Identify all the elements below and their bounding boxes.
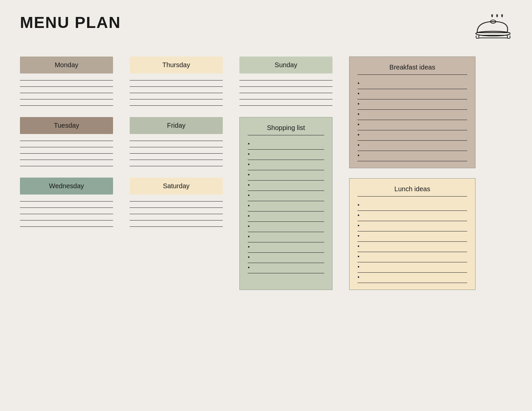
list-item: • xyxy=(248,211,324,222)
line xyxy=(130,160,223,160)
bullet-point: • xyxy=(248,265,250,271)
lunch-ideas-items: • • • • • • • • xyxy=(357,201,467,283)
column-2: Thursday Friday xyxy=(130,57,223,290)
wednesday-lines xyxy=(20,200,113,228)
bullet-point: • xyxy=(357,264,359,270)
list-item: • xyxy=(248,222,324,232)
list-item: • xyxy=(357,273,467,283)
bullet-point: • xyxy=(357,80,359,86)
list-item: • xyxy=(357,151,467,161)
list-item: • xyxy=(357,79,467,89)
line xyxy=(20,147,113,147)
list-item: • xyxy=(248,201,324,211)
header: MENU PLAN xyxy=(20,13,512,43)
line xyxy=(130,105,223,106)
sunday-label: Sunday xyxy=(275,61,297,69)
bullet-point: • xyxy=(248,213,250,219)
bullet-point: • xyxy=(248,203,250,209)
list-item: • xyxy=(357,130,467,141)
bullet-point: • xyxy=(248,162,250,168)
list-item: • xyxy=(248,253,324,263)
friday-header: Friday xyxy=(130,117,223,134)
bullet-point: • xyxy=(357,153,359,159)
food-icon xyxy=(472,13,512,43)
list-item: • xyxy=(248,160,324,170)
list-item: • xyxy=(357,242,467,252)
column-1: Monday Tuesday xyxy=(20,57,113,290)
line xyxy=(20,160,113,160)
friday-section: Friday xyxy=(130,117,223,168)
list-item: • xyxy=(248,191,324,201)
shopping-list-panel: Shopping list • • • • • • • • • • • • • xyxy=(239,117,332,290)
line xyxy=(130,93,223,93)
sunday-header: Sunday xyxy=(239,57,332,73)
bullet-point: • xyxy=(357,212,359,218)
bullet-point: • xyxy=(357,122,359,128)
breakfast-ideas-items: • • • • • • • • xyxy=(357,79,467,161)
list-item: • xyxy=(248,181,324,191)
line xyxy=(20,105,113,106)
bullet-point: • xyxy=(357,243,359,249)
sunday-section: Sunday xyxy=(239,57,332,107)
line xyxy=(20,141,113,141)
list-item: • xyxy=(248,150,324,160)
bullet-point: • xyxy=(357,91,359,97)
bullet-point: • xyxy=(357,274,359,280)
line xyxy=(239,80,332,80)
line xyxy=(130,141,223,141)
bullet-point: • xyxy=(357,254,359,260)
line xyxy=(130,166,223,166)
friday-lines xyxy=(130,139,223,168)
bullet-point: • xyxy=(248,254,250,260)
saturday-lines xyxy=(130,200,223,228)
bullet-point: • xyxy=(357,111,359,117)
lunch-ideas-panel: Lunch ideas • • • • • • • • xyxy=(349,178,475,290)
line xyxy=(20,166,113,166)
wednesday-section: Wednesday xyxy=(20,178,113,228)
list-item: • xyxy=(248,139,324,150)
column-3: Sunday Shopping list • • • • • • • • xyxy=(239,57,332,290)
line xyxy=(20,153,113,154)
line xyxy=(20,214,113,214)
column-4: Breakfast ideas • • • • • • • • Lunch id… xyxy=(349,57,475,290)
list-item: • xyxy=(357,110,467,120)
list-item: • xyxy=(248,170,324,181)
line xyxy=(130,147,223,147)
saturday-section: Saturday xyxy=(130,178,223,228)
breakfast-ideas-panel: Breakfast ideas • • • • • • • • xyxy=(349,57,475,168)
bullet-point: • xyxy=(357,101,359,107)
bullet-point: • xyxy=(357,223,359,229)
saturday-header: Saturday xyxy=(130,178,223,195)
bullet-point: • xyxy=(357,202,359,208)
line xyxy=(130,201,223,202)
line xyxy=(239,99,332,99)
list-item: • xyxy=(357,221,467,231)
line xyxy=(20,201,113,202)
line xyxy=(20,207,113,208)
saturday-label: Saturday xyxy=(163,182,190,190)
wednesday-label: Wednesday xyxy=(49,182,84,190)
list-item: • xyxy=(357,99,467,110)
line xyxy=(130,99,223,99)
lunch-ideas-title: Lunch ideas xyxy=(357,185,467,197)
bullet-point: • xyxy=(248,182,250,188)
list-item: • xyxy=(248,242,324,253)
list-item: • xyxy=(357,141,467,151)
line xyxy=(130,80,223,80)
line xyxy=(20,86,113,87)
line xyxy=(20,99,113,99)
bullet-point: • xyxy=(248,223,250,229)
bullet-point: • xyxy=(248,151,250,157)
line xyxy=(130,153,223,154)
thursday-lines xyxy=(130,79,223,107)
line xyxy=(20,226,113,227)
page-title: MENU PLAN xyxy=(20,13,121,32)
line xyxy=(130,207,223,208)
tuesday-header: Tuesday xyxy=(20,117,113,134)
list-item: • xyxy=(357,89,467,99)
bullet-point: • xyxy=(248,172,250,178)
bullet-point: • xyxy=(357,132,359,138)
thursday-section: Thursday xyxy=(130,57,223,107)
list-item: • xyxy=(357,252,467,262)
tuesday-section: Tuesday xyxy=(20,117,113,168)
